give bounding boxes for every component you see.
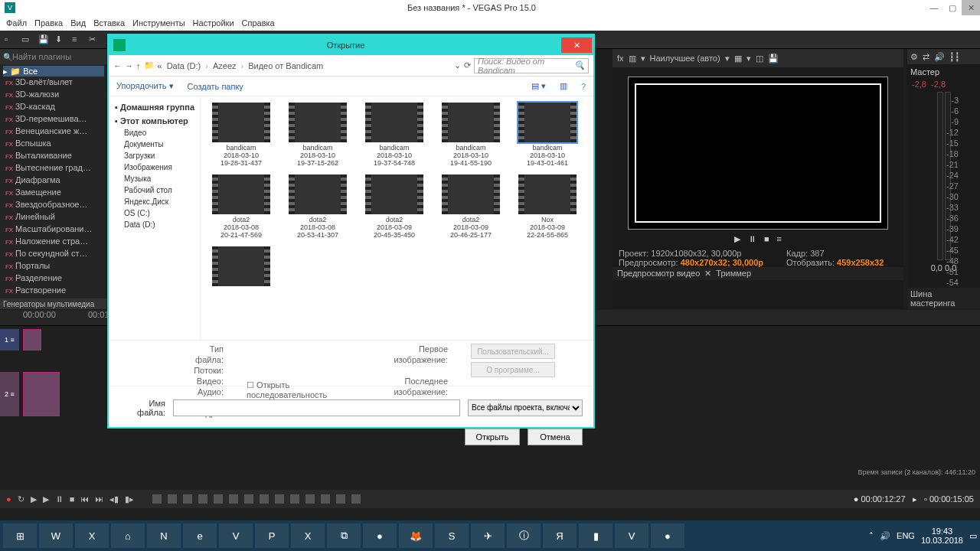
taskbar-app[interactable]: V xyxy=(219,523,253,548)
dialog-search[interactable]: Поиск: Видео от Bandicam 🔍 xyxy=(474,58,589,73)
tool-normal[interactable] xyxy=(152,494,162,504)
file-thumb[interactable]: bandicam2018-03-1019-28-31-437 xyxy=(207,103,276,167)
tool-zoom[interactable] xyxy=(168,494,177,504)
cancel-button[interactable]: Отмена xyxy=(528,429,583,445)
preview-quality[interactable]: Наилучшее (авто) xyxy=(650,54,720,63)
organize-menu[interactable]: Упорядочить ▾ xyxy=(116,81,174,91)
misc-icon[interactable] xyxy=(351,494,361,504)
generators-tab[interactable]: Генераторы мультимедиа xyxy=(0,298,107,309)
help-icon[interactable]: ? xyxy=(581,82,586,91)
grid-icon[interactable]: ▦ xyxy=(734,54,742,64)
fx-item[interactable]: FXВенецианские ж… xyxy=(3,126,104,138)
sidebar-item[interactable]: Data (D:) xyxy=(112,219,197,230)
sidebar-group[interactable]: ▪ Домашняя группа xyxy=(112,99,197,113)
tray-volume-icon[interactable]: 🔊 xyxy=(880,531,890,541)
taskbar-app[interactable]: X xyxy=(291,523,325,548)
dialog-sidebar[interactable]: ▪ Домашняя группа▪ Этот компьютерВидеоДо… xyxy=(109,96,201,340)
refresh-icon[interactable]: ⟳ xyxy=(464,60,471,70)
record-icon[interactable]: ● xyxy=(6,494,11,504)
taskbar-app[interactable]: ● xyxy=(363,523,397,548)
tool-selection[interactable] xyxy=(183,494,192,504)
file-thumb[interactable]: bandicam2018-03-1019-37-54-748 xyxy=(360,103,429,167)
custom-button[interactable]: Пользовательский... xyxy=(471,344,555,359)
file-thumb[interactable]: Nox2018-03-0922-24-55-865 xyxy=(513,174,582,239)
clip-1[interactable] xyxy=(23,329,41,350)
pause-icon2[interactable]: ⏸ xyxy=(55,494,64,504)
sidebar-item[interactable]: OS (C:) xyxy=(112,207,197,219)
taskbar-app[interactable]: ⧉ xyxy=(327,523,361,548)
magnet-icon[interactable] xyxy=(305,494,315,504)
preview-fx-icon[interactable]: fx xyxy=(617,54,624,63)
menu-view[interactable]: Вид xyxy=(70,18,86,28)
nav-fwd-icon[interactable]: → xyxy=(125,61,133,70)
tray-date[interactable]: 10.03.2018 xyxy=(921,536,963,545)
taskbar-app[interactable]: 🦊 xyxy=(399,523,433,548)
fx-item[interactable]: FXВытеснение град… xyxy=(3,162,104,174)
snapshot-icon[interactable]: 💾 xyxy=(768,54,779,64)
cut-icon[interactable]: ✂ xyxy=(89,34,100,45)
taskbar-app[interactable]: ✈ xyxy=(471,523,505,548)
fx-item[interactable]: FXПорталы xyxy=(3,260,104,272)
taskbar-app[interactable]: P xyxy=(255,523,289,548)
tab-preview[interactable]: Предпросмотр видео xyxy=(617,269,700,279)
nav-up-icon[interactable]: ↑ xyxy=(136,61,141,70)
fx-item[interactable]: FX3D-перемешива… xyxy=(3,113,104,126)
fx-item[interactable]: FX3D-каскад xyxy=(3,101,104,113)
taskbar-app[interactable]: ⌂ xyxy=(111,523,145,548)
ripple-icon[interactable] xyxy=(244,494,253,504)
file-thumb[interactable]: bandicam2018-03-1019-43-01-461 xyxy=(513,103,582,167)
crossfade-icon[interactable] xyxy=(321,494,330,504)
fx-item[interactable]: FXЗвездообразное… xyxy=(3,199,104,211)
taskbar-app[interactable]: V xyxy=(615,523,648,548)
close-tab-icon[interactable]: ✕ xyxy=(704,269,711,279)
taskbar-app[interactable]: X xyxy=(75,523,109,548)
menu-settings[interactable]: Настройки xyxy=(193,18,234,28)
tray-lang[interactable]: ENG xyxy=(897,531,915,540)
taskbar-app[interactable]: W xyxy=(39,523,73,548)
open-icon[interactable]: ▭ xyxy=(21,34,32,45)
menu-help[interactable]: Справка xyxy=(242,18,275,28)
step-fwd-icon[interactable]: ▮▸ xyxy=(125,494,134,504)
tray-time[interactable]: 19:43 xyxy=(921,527,963,536)
quantize-icon[interactable] xyxy=(229,494,238,504)
file-thumb[interactable]: bandicam2018-03-1019-41-55-190 xyxy=(436,103,505,167)
menu-tools[interactable]: Инструменты xyxy=(132,18,185,28)
sidebar-item[interactable]: Музыка xyxy=(112,173,197,184)
sidebar-item[interactable]: Документы xyxy=(112,139,197,150)
gear-icon[interactable]: ⚙ xyxy=(910,52,918,62)
new-icon[interactable]: ▫ xyxy=(5,34,15,45)
fx-item[interactable]: FXВспышка xyxy=(3,138,104,150)
fx-item[interactable]: FXМасштабировани… xyxy=(3,223,104,236)
play-icon[interactable]: ▶ xyxy=(734,234,740,244)
menu-insert[interactable]: Вставка xyxy=(93,18,125,28)
props-icon[interactable]: ≡ xyxy=(72,34,83,45)
fx-item[interactable]: FX3D-жалюзи xyxy=(3,89,104,101)
marker-icon[interactable] xyxy=(275,494,284,504)
open-button[interactable]: Открыть xyxy=(465,429,520,445)
taskbar-app[interactable]: N xyxy=(147,523,181,548)
fx-item[interactable]: FXНаложение стра… xyxy=(3,236,104,248)
preview-split-icon[interactable]: ▥ xyxy=(629,54,636,64)
fx-item[interactable]: FXДиафрагма xyxy=(3,174,104,187)
speaker-icon[interactable]: 🔊 xyxy=(934,52,945,62)
autocross-icon[interactable] xyxy=(336,494,345,504)
open-sequence-checkbox[interactable]: ☐ Открыть последовательность xyxy=(247,380,327,399)
snap-icon[interactable] xyxy=(214,494,223,504)
sidebar-item[interactable]: Яндекс.Диск xyxy=(112,196,197,207)
pause-icon[interactable]: ⏸ xyxy=(748,234,756,244)
file-thumb[interactable]: dota22018-03-0920-46-25-177 xyxy=(436,174,505,239)
view-mode-icon[interactable]: ▤ ▾ xyxy=(531,81,546,91)
sidebar-item[interactable]: Загрузки xyxy=(112,150,197,161)
region-icon[interactable] xyxy=(290,494,299,504)
sidebar-item[interactable]: Видео xyxy=(112,127,197,139)
lock-icon[interactable] xyxy=(260,494,269,504)
overlay-icon[interactable]: ◫ xyxy=(756,54,763,64)
render-icon[interactable]: ⬇ xyxy=(55,34,66,45)
file-thumb[interactable]: dota22018-03-0920-45-35-450 xyxy=(360,174,429,239)
file-thumb[interactable]: dota22018-03-0820-53-41-307 xyxy=(283,174,352,239)
step-back-icon[interactable]: ◂▮ xyxy=(109,494,119,504)
tab-trimmer[interactable]: Триммер xyxy=(716,269,751,279)
menu-file[interactable]: Файл xyxy=(6,18,27,28)
track-header-1[interactable]: 1 ≡ xyxy=(0,329,19,350)
play-start-icon[interactable]: ▶ xyxy=(31,494,37,504)
